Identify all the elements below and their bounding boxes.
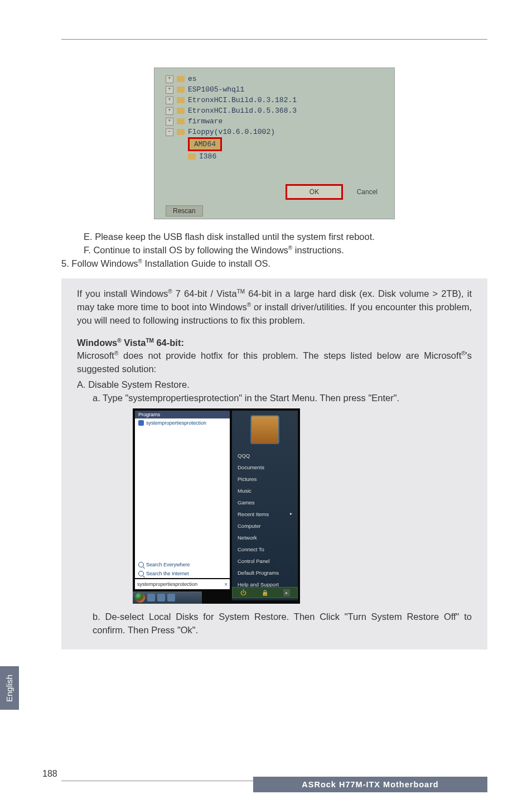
search-box: systempropertiesprotection ×: [135, 579, 230, 589]
tree-item: +EtronxHCI.Build.0.3.182.1: [166, 95, 383, 105]
search-internet: Search the Internet: [135, 569, 230, 578]
menu-item: Pictures: [232, 473, 298, 485]
folder-icon: [177, 118, 185, 124]
plus-icon: +: [166, 75, 173, 83]
plus-icon: +: [166, 118, 173, 126]
minus-icon: −: [166, 128, 173, 136]
menu-item: Connect To: [232, 543, 298, 555]
folder-icon: [177, 76, 185, 82]
folder-tree: +es +ESP1005-whql1 +EtronxHCI.Build.0.3.…: [154, 68, 394, 167]
tree-item: +EtronxHCI.Build.0.5.368.3: [166, 105, 383, 116]
plus-icon: +: [166, 107, 173, 115]
menu-item: Network: [232, 532, 298, 543]
start-menu-screenshot: Programs systempropertiesprotection Sear…: [133, 408, 300, 604]
menu-item: Games: [232, 497, 298, 508]
power-icon: ⏻: [240, 589, 246, 596]
language-side-tab: English: [0, 666, 19, 710]
start-menu-left-panel: Programs systempropertiesprotection Sear…: [135, 411, 230, 578]
instruction-step-5: 5. Follow Windows® Installation Guide to…: [61, 257, 487, 271]
page-number: 188: [42, 769, 57, 779]
amd64-highlight: AMD64: [188, 137, 222, 151]
note-step-a: a. Type "systempropertiesprotection" in …: [77, 392, 472, 405]
user-avatar: [250, 415, 279, 444]
arrow-icon: ▸: [283, 589, 290, 596]
tree-item: −Floppy(v10.6.0.1002): [166, 127, 383, 137]
tree-item: +ESP1005-whql1: [166, 84, 383, 95]
lock-icon: 🔒: [262, 590, 268, 596]
footer-title: ASRock H77M-ITX Motherboard: [253, 777, 487, 792]
tree-item: +es: [166, 74, 383, 84]
taskbar-icon: [167, 594, 175, 601]
menu-item: Computer: [232, 520, 298, 532]
instruction-step-f: F. Continue to install OS by following t…: [61, 244, 487, 257]
folder-icon: [177, 97, 185, 103]
note-step-A: A. Disable System Restore.: [77, 378, 472, 392]
note-paragraph-1: If you install Windows® 7 64-bit / Vista…: [77, 287, 472, 328]
plus-icon: +: [166, 86, 173, 94]
clear-icon: ×: [224, 581, 228, 588]
user-name: QQQ: [232, 450, 298, 461]
menu-item: Documents: [232, 461, 298, 473]
note-paragraph-2: Microsoft® does not provide hotfix for t…: [77, 349, 472, 376]
tree-item: +firmware: [166, 116, 383, 127]
start-orb-icon: [135, 593, 145, 603]
app-icon: [138, 420, 144, 426]
taskbar-icon: [157, 594, 165, 601]
folder-icon: [177, 86, 185, 93]
cancel-button: Cancel: [357, 188, 378, 196]
taskbar-icon: [147, 594, 155, 601]
note-step-b: b. De-select Local Disks for System Rest…: [77, 610, 472, 637]
program-item: systempropertiesprotection: [135, 418, 230, 427]
search-everywhere: Search Everywhere: [135, 560, 230, 569]
instruction-step-e: E. Please keep the USB flash disk instal…: [61, 230, 487, 244]
menu-item: Recent Items: [232, 508, 298, 520]
rescan-button: Rescan: [166, 205, 203, 216]
menu-item: Music: [232, 485, 298, 497]
ok-button-highlight: OK: [286, 184, 343, 200]
power-row: ⏻ 🔒 ▸: [232, 587, 298, 598]
search-icon: [138, 562, 144, 567]
driver-select-screenshot: +es +ESP1005-whql1 +EtronxHCI.Build.0.3.…: [154, 68, 395, 219]
search-icon: [138, 571, 144, 576]
note-box: If you install Windows® 7 64-bit / Vista…: [61, 278, 487, 649]
folder-icon: [188, 153, 196, 160]
folder-icon: [177, 108, 185, 114]
programs-header: Programs: [135, 411, 230, 418]
start-menu-right-panel: QQQ Documents Pictures Music Games Recen…: [232, 411, 298, 600]
tree-item: I386: [188, 151, 383, 162]
folder-icon: [177, 129, 185, 135]
taskbar: [133, 591, 202, 604]
plus-icon: +: [166, 97, 173, 104]
menu-item: Default Programs: [232, 567, 298, 579]
note-heading-vista: Windows® VistaTM 64-bit:: [77, 336, 472, 350]
menu-item: Control Panel: [232, 555, 298, 567]
